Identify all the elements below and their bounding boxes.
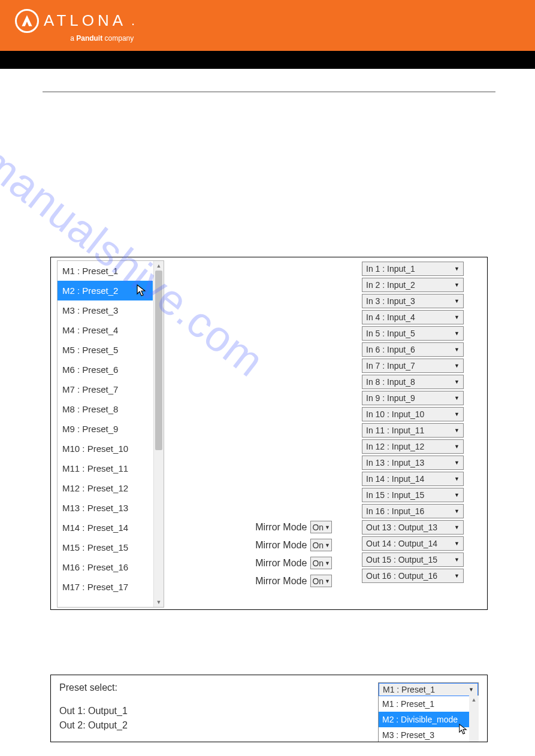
scroll-down-icon[interactable]: ▼ — [154, 597, 164, 607]
listbox-scrollbar[interactable]: ▲ ▼ — [153, 261, 164, 607]
input-select[interactable]: In 2 : Input_2▼ — [362, 278, 464, 292]
brand-dot: . — [131, 13, 135, 29]
input-select[interactable]: In 13 : Input_13▼ — [362, 456, 464, 470]
preset-list-item[interactable]: M17 : Preset_17 — [58, 577, 153, 597]
page-content: manualshive.com M1 : Preset_1M2 : Preset… — [0, 69, 535, 756]
preset-list-item[interactable]: M5 : Preset_5 — [58, 340, 153, 360]
preset-option[interactable]: M1 : Preset_1 — [379, 696, 478, 712]
preset-dropdown-wrap: M1 : Preset_1 ▼ M1 : Preset_1M2 : Divisi… — [378, 682, 479, 742]
mirror-mode-row: Mirror ModeOn▼ — [194, 537, 332, 553]
input-select[interactable]: In 16 : Input_16▼ — [362, 504, 464, 518]
preset-list-item[interactable]: M6 : Preset_6 — [58, 360, 153, 379]
brand-logo: ATLONA. a Panduit company — [15, 9, 135, 42]
output-select[interactable]: Out 14 : Output_14▼ — [362, 536, 464, 551]
mirror-mode-select[interactable]: On▼ — [310, 557, 332, 569]
preset-list-item[interactable]: M10 : Preset_10 — [58, 439, 153, 459]
preset-list-item[interactable]: M7 : Preset_7 — [58, 379, 153, 399]
preset-listbox[interactable]: M1 : Preset_1M2 : Preset_2M3 : Preset_3M… — [57, 260, 164, 608]
output-list: Out 1: Output_1Out 2: Output_2 — [59, 704, 128, 733]
mirror-mode-label: Mirror Mode — [255, 558, 307, 569]
cursor-icon — [458, 723, 468, 737]
preset-list-item[interactable]: M8 : Preset_8 — [58, 399, 153, 419]
output-select[interactable]: Out 13 : Output_13▼ — [362, 520, 464, 535]
routing-panel: M1 : Preset_1M2 : Preset_2M3 : Preset_3M… — [50, 257, 488, 610]
output-line: Out 1: Output_1 — [59, 704, 128, 718]
scroll-up-icon[interactable]: ▲ — [469, 696, 479, 704]
input-select[interactable]: In 9 : Input_9▼ — [362, 391, 464, 405]
mirror-mode-row: Mirror ModeOn▼ — [194, 555, 332, 571]
section-bar — [0, 51, 535, 69]
output-select[interactable]: Out 15 : Output_15▼ — [362, 552, 464, 567]
preset-list-item[interactable]: M9 : Preset_9 — [58, 419, 153, 439]
preset-list-item[interactable]: M14 : Preset_14 — [58, 518, 153, 538]
preset-select-panel: Preset select: Out 1: Output_1Out 2: Out… — [50, 675, 488, 742]
header-bar: ATLONA. a Panduit company — [0, 0, 535, 51]
input-select[interactable]: In 10 : Input_10▼ — [362, 407, 464, 421]
mirror-mode-select[interactable]: On▼ — [310, 521, 332, 533]
input-select[interactable]: In 5 : Input_5▼ — [362, 326, 464, 341]
preset-dropdown-head[interactable]: M1 : Preset_1 ▼ — [379, 683, 478, 696]
chevron-down-icon: ▼ — [468, 687, 474, 693]
input-select[interactable]: In 3 : Input_3▼ — [362, 294, 464, 308]
preset-list-item[interactable]: M12 : Preset_12 — [58, 478, 153, 498]
brand-text: ATLONA — [44, 11, 126, 30]
dropdown-scrollbar[interactable]: ▲ — [469, 696, 479, 742]
mirror-mode-label: Mirror Mode — [255, 522, 307, 533]
io-column: In 1 : Input_1▼In 2 : Input_2▼In 3 : Inp… — [362, 260, 464, 585]
mirror-mode-select[interactable]: On▼ — [310, 575, 332, 587]
preset-list-item[interactable]: M4 : Preset_4 — [58, 320, 153, 340]
input-select[interactable]: In 11 : Input_11▼ — [362, 423, 464, 438]
output-line: Out 2: Output_2 — [59, 718, 128, 733]
input-select[interactable]: In 12 : Input_12▼ — [362, 439, 464, 454]
cursor-icon — [136, 284, 147, 300]
mirror-mode-select[interactable]: On▼ — [310, 539, 332, 551]
scroll-up-icon[interactable]: ▲ — [154, 261, 164, 271]
logo-icon — [15, 9, 39, 33]
scroll-thumb[interactable] — [155, 271, 162, 450]
input-select[interactable]: In 4 : Input_4▼ — [362, 310, 464, 324]
input-select[interactable]: In 6 : Input_6▼ — [362, 342, 464, 357]
mirror-mode-label: Mirror Mode — [255, 540, 307, 551]
mirror-mode-row: Mirror ModeOn▼ — [194, 573, 332, 589]
divider — [43, 92, 495, 92]
input-select[interactable]: In 15 : Input_15▼ — [362, 488, 464, 502]
brand-tagline: a Panduit company — [15, 34, 135, 42]
mirror-column: Mirror ModeOn▼Mirror ModeOn▼Mirror ModeO… — [194, 260, 332, 591]
preset-list-item[interactable]: M16 : Preset_16 — [58, 557, 153, 577]
preset-list-item[interactable]: M1 : Preset_1 — [58, 261, 153, 281]
input-select[interactable]: In 14 : Input_14▼ — [362, 472, 464, 486]
mirror-mode-row: Mirror ModeOn▼ — [194, 519, 332, 535]
input-select[interactable]: In 7 : Input_7▼ — [362, 359, 464, 373]
preset-list-item[interactable]: M15 : Preset_15 — [58, 538, 153, 557]
input-select[interactable]: In 1 : Input_1▼ — [362, 262, 464, 276]
output-select[interactable]: Out 16 : Output_16▼ — [362, 569, 464, 583]
preset-list-item[interactable]: M3 : Preset_3 — [58, 300, 153, 320]
preset-list-item[interactable]: M13 : Preset_13 — [58, 498, 153, 518]
spacer: manualshive.com — [36, 128, 502, 257]
mirror-mode-label: Mirror Mode — [255, 576, 307, 587]
preset-select-label: Preset select: — [59, 682, 128, 693]
preset-list-item[interactable]: M11 : Preset_11 — [58, 459, 153, 478]
input-select[interactable]: In 8 : Input_8▼ — [362, 375, 464, 389]
